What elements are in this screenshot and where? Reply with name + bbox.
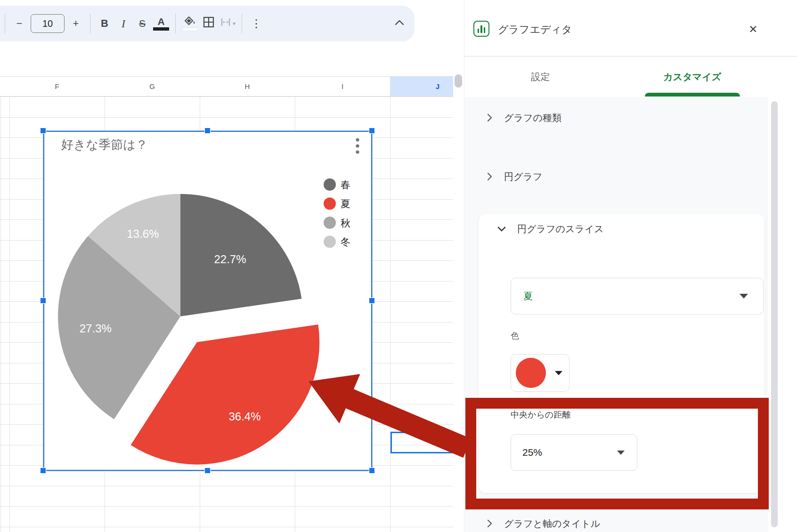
color-swatch-red [516,358,546,388]
text-color-letter: A [157,16,164,26]
distance-from-center-label: 中央からの距離 [511,409,570,420]
section-chart-type[interactable]: グラフの種類 [464,104,768,132]
legend-dot-秋 [324,217,336,229]
chevron-right-icon [484,518,495,529]
resize-handle-sw[interactable] [40,468,46,474]
borders-grid-icon [203,16,214,31]
resize-handle-s[interactable] [204,468,211,474]
resize-handle-e[interactable] [369,298,375,304]
dropdown-arrow-icon [555,371,562,375]
italic-button[interactable]: I [114,13,133,34]
column-header-i[interactable]: I [295,76,390,97]
chart-legend: 春夏秋冬 [324,178,350,248]
section-pie-slice-card: 円グラフのスライス 夏 色 中央からの距離 25% [479,214,764,493]
bold-button[interactable]: B [95,13,114,34]
merge-cells-button[interactable]: ▾ [218,13,237,34]
resize-handle-w[interactable] [40,298,46,304]
slice-select-value: 夏 [523,290,533,303]
slice-color-picker[interactable] [511,354,569,392]
tab-customize[interactable]: カスタマイズ [617,57,769,97]
panel-title: グラフエディタ [498,23,572,37]
active-tab-underline [645,93,740,97]
chart-menu-icon[interactable] [356,138,359,153]
section-chart-axis-titles[interactable]: グラフと軸のタイトル [464,509,768,532]
color-label: 色 [511,330,519,341]
toolbar-divider [5,14,5,33]
fill-color-button[interactable] [180,13,199,34]
text-color-button[interactable]: A [152,13,171,34]
column-header-j-selected[interactable]: J [390,76,453,97]
more-options-button[interactable]: ⋮ [247,13,266,34]
distance-value: 25% [522,447,542,458]
slice-percentage-label: 27.3% [80,322,112,335]
resize-handle-ne[interactable] [369,128,375,134]
google-sheets-app: − 10 + B I S A ▾ ⋮ [0,0,797,532]
font-size-input[interactable]: 10 [31,14,65,33]
row-header-stub [0,76,9,97]
toolbar-divider [242,14,242,33]
section-pie-chart[interactable]: 円グラフ [464,162,768,191]
toolbar-divider [175,14,176,33]
section-pie-slice-header[interactable]: 円グラフのスライス [496,218,604,240]
column-header-g[interactable]: G [105,76,200,97]
chart-editor-icon [473,21,489,37]
close-panel-button[interactable]: ✕ [745,21,762,38]
panel-scrollbar-thumb[interactable] [771,101,778,527]
chart-editor-panel: グラフエディタ ✕ 設定 カスタマイズ グラフの種類 円グラフ [464,0,797,532]
sheet-scrollbar-thumb[interactable] [455,74,462,88]
strikethrough-button[interactable]: S [133,13,152,34]
chevron-up-icon [394,19,405,26]
merge-cells-icon [220,16,232,31]
slice-percentage-label: 13.6% [127,227,159,240]
legend-label-春: 春 [341,179,350,190]
chart-title: 好きな季節は？ [61,137,148,152]
chevron-right-icon [484,171,495,182]
pie-chart-card[interactable]: 好きな季節は？ 22.7%36.4%27.3%13.6% 春夏秋冬 [43,131,372,471]
selected-cell-outline[interactable] [390,432,453,453]
decrease-font-size-button[interactable]: − [10,13,29,34]
panel-tabs: 設定 カスタマイズ [464,57,768,97]
resize-handle-n[interactable] [204,128,211,134]
legend-dot-冬 [324,236,336,248]
text-color-swatch [153,27,169,31]
fill-color-swatch [182,28,198,31]
slice-select-dropdown[interactable]: 夏 [511,278,764,314]
column-header-f[interactable]: F [9,76,105,97]
panel-header: グラフエディタ ✕ [464,0,797,56]
tab-setup[interactable]: 設定 [464,57,617,97]
pie-chart: 好きな季節は？ 22.7%36.4%27.3%13.6% 春夏秋冬 [43,131,372,471]
merge-cells-dropdown-arrow[interactable]: ▾ [233,20,236,27]
legend-label-冬: 冬 [341,236,350,247]
distance-from-center-dropdown[interactable]: 25% [511,434,637,471]
legend-label-秋: 秋 [341,218,350,228]
toolbar-divider [90,14,90,33]
resize-handle-se[interactable] [369,468,375,474]
legend-label-夏: 夏 [341,198,350,209]
borders-button[interactable] [199,13,218,34]
legend-dot-春 [324,178,336,191]
sheet-vertical-scrollbar[interactable] [453,47,464,532]
slice-percentage-label: 22.7% [214,253,246,266]
dropdown-arrow-icon [740,294,748,298]
legend-dot-夏 [324,198,336,210]
chevron-right-icon [484,113,495,123]
slice-percentage-label: 36.4% [228,410,260,423]
dropdown-arrow-icon [617,451,625,455]
toolbar: − 10 + B I S A ▾ ⋮ [0,6,415,41]
collapse-toolbar-button[interactable] [390,13,409,32]
increase-font-size-button[interactable]: + [66,13,85,34]
paint-bucket-icon [184,16,195,27]
customize-scroll-area: グラフの種類 円グラフ 円グラフのスライス 夏 色 [464,97,768,532]
column-header-h[interactable]: H [200,76,295,97]
chevron-down-icon [496,224,507,234]
resize-handle-nw[interactable] [40,128,46,134]
